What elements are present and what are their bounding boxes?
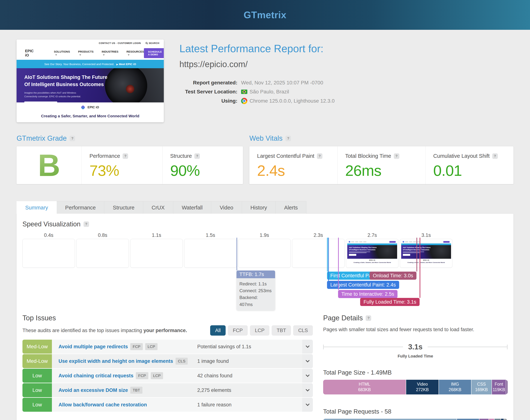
marker-badge-fully: Fully Loaded Time: 3.1s: [360, 298, 420, 306]
issue-title-link[interactable]: Avoid an excessive DOM size: [59, 387, 128, 393]
bar-segment-img[interactable]: IMG268KB: [439, 380, 471, 394]
bar-segment[interactable]: [489, 419, 494, 420]
bar-segment-css[interactable]: CSS169KB: [471, 380, 492, 394]
help-icon[interactable]: ?: [123, 153, 128, 159]
tab-structure[interactable]: Structure: [104, 201, 143, 214]
cls-label: Cumulative Layout Shift: [433, 153, 489, 159]
mini-footer: EPIC iOCreating a Safer, Smarter, and Mo…: [347, 259, 397, 266]
page-details-subtitle: Pages with smaller total sizes and fewer…: [323, 327, 508, 333]
site-hero: AIoT Solutions Shaping The Future Of Int…: [16, 68, 164, 107]
issue-row[interactable]: LowAvoid an excessive DOM sizeTBT2,275 e…: [22, 383, 313, 397]
fully-loaded-time-label: Fully Loaded Time: [398, 354, 433, 359]
issue-tag-fcp: FCP: [136, 372, 148, 379]
speedviz-heading: Speed Visualization: [22, 220, 81, 228]
report-header-section: CONTACT US · CUSTOMER LOGIN SEARCH EPIC …: [16, 40, 514, 122]
site-headline-1: AIoT Solutions Shaping The Future: [24, 74, 164, 81]
help-icon[interactable]: ?: [366, 315, 371, 321]
structure-label: Structure: [170, 153, 192, 159]
tbt-label: Total Blocking Time: [345, 153, 391, 159]
issue-title-link[interactable]: Avoid chaining critical requests: [59, 373, 133, 379]
issue-tag-cls: CLS: [176, 358, 188, 365]
fully-loaded-time-widget: 3.1s Fully Loaded Time: [323, 343, 508, 351]
marker-line-ttfb: [236, 238, 237, 270]
report-info-label: Using:: [179, 98, 237, 104]
expand-button[interactable]: [302, 340, 313, 354]
report-info-label: Test Server Location:: [179, 89, 237, 95]
gtmetrix-grade-block: GTmetrix Grade? B Performance? 73% Struc…: [16, 134, 243, 184]
site-subtext: Imagine the possibilities when AIoT and …: [24, 91, 164, 98]
grade-heading: GTmetrix Grade: [16, 134, 67, 142]
bar-segment-font[interactable]: Font5.2%: [479, 419, 489, 420]
issue-body: Avoid an excessive DOM sizeTBT2,275 elem…: [52, 383, 302, 397]
help-icon[interactable]: ?: [70, 136, 75, 141]
epicio-logo-icon: [81, 105, 85, 110]
expand-button[interactable]: [302, 398, 313, 412]
bar-segment-html[interactable]: HTML683KB: [323, 380, 406, 394]
filter-lcp[interactable]: LCP: [250, 325, 270, 336]
bar-segment[interactable]: [501, 419, 504, 420]
mini-hero: AIoT Solutions Shaping The FutureOf Inte…: [347, 245, 397, 259]
issue-row[interactable]: Med-LowUse explicit width and height on …: [22, 354, 313, 368]
mini-banner: [347, 243, 397, 245]
severity-badge: Med-Low: [22, 354, 52, 368]
report-tabs: SummaryPerformanceStructureCrUXWaterfall…: [16, 201, 514, 214]
issue-title-link[interactable]: Allow back/forward cache restoration: [59, 402, 147, 408]
tab-crux[interactable]: CrUX: [143, 201, 173, 214]
issue-title-link[interactable]: Avoid multiple page redirects: [59, 344, 128, 350]
timeline-tick-label: 2.7s: [346, 232, 398, 238]
filmstrip-frame-1.9s: [238, 239, 291, 268]
issue-tag-tbt: TBT: [130, 387, 142, 394]
issues-list: Med-LowAvoid multiple page redirectsFCPL…: [22, 340, 313, 412]
filter-tbt[interactable]: TBT: [272, 325, 291, 336]
lcp-label: Largest Contentful Paint: [257, 153, 314, 159]
site-thumbnail[interactable]: CONTACT US · CUSTOMER LOGIN SEARCH EPIC …: [16, 40, 164, 122]
tab-alerts[interactable]: Alerts: [276, 201, 306, 214]
bar-segment[interactable]: [494, 419, 501, 420]
issue-row[interactable]: LowAllow back/forward cache restoration1…: [22, 398, 313, 412]
bar-segment-font[interactable]: Font119KB: [492, 380, 506, 394]
issue-row[interactable]: LowAvoid chaining critical requestsFCPLC…: [22, 369, 313, 383]
tab-summary[interactable]: Summary: [16, 201, 57, 214]
expand-button[interactable]: [302, 383, 313, 397]
tab-history[interactable]: History: [242, 201, 276, 214]
help-icon[interactable]: ?: [194, 153, 200, 159]
help-icon[interactable]: ?: [492, 153, 498, 159]
site-menu-item-products: PRODUCTS: [78, 50, 93, 56]
tab-video[interactable]: Video: [211, 201, 242, 214]
bar-segment-img[interactable]: IMG12.1%: [456, 419, 479, 420]
issue-row[interactable]: Med-LowAvoid multiple page redirectsFCPL…: [22, 340, 313, 354]
gtmetrix-logo[interactable]: GTmetrix: [244, 9, 286, 20]
flt-line-right: [428, 347, 508, 347]
expand-button[interactable]: [302, 354, 313, 368]
marker-badge-tti: Time to Interactive: 2.5s: [338, 290, 398, 298]
structure-score: 90%: [170, 162, 235, 179]
site-logo-badge: EPIC iO: [59, 102, 121, 112]
report-meta: Latest Performance Report for: https://e…: [179, 40, 335, 122]
help-icon[interactable]: ?: [84, 221, 89, 227]
total-page-size-heading: Total Page Size - 1.49MB: [323, 369, 508, 376]
bar-segment-css[interactable]: CSS72.4%: [323, 419, 456, 420]
help-icon[interactable]: ?: [285, 136, 291, 141]
filter-all[interactable]: All: [210, 325, 226, 336]
tab-performance[interactable]: Performance: [57, 201, 104, 214]
web-vitals-block: Web Vitals? Largest Contentful Paint? 2.…: [249, 134, 514, 184]
chrome-icon: [241, 98, 247, 104]
report-url: https://epicio.com/: [179, 59, 335, 69]
ttfb-tooltip-title: TTFB: 1.7s: [236, 270, 275, 278]
bar-segment[interactable]: [504, 419, 507, 420]
report-info: Report generated:Wed, Nov 12, 2025 10:07…: [179, 80, 335, 104]
bar-segment-video[interactable]: Video272KB: [406, 380, 439, 394]
speed-visualization: 0.4s0.8s1.1s1.5s1.9s2.3s2.7sAIoT Solutio…: [22, 232, 508, 311]
issue-tag-fcp: FCP: [130, 343, 143, 350]
issue-title-link[interactable]: Use explicit width and height on image e…: [59, 358, 173, 364]
help-icon[interactable]: ?: [317, 153, 323, 159]
marker-badge-onload: Onload Time: 3.0s: [369, 272, 416, 280]
expand-button[interactable]: [302, 369, 313, 383]
filter-cls[interactable]: CLS: [293, 325, 313, 336]
report-info-value: Wed, Nov 12, 2025 10:07 PM -0700: [241, 80, 335, 86]
bar-segment[interactable]: [506, 380, 508, 394]
tab-waterfall[interactable]: Waterfall: [173, 201, 211, 214]
filter-fcp[interactable]: FCP: [228, 325, 248, 336]
help-icon[interactable]: ?: [394, 153, 399, 159]
lcp-value: 2.4s: [257, 162, 330, 179]
